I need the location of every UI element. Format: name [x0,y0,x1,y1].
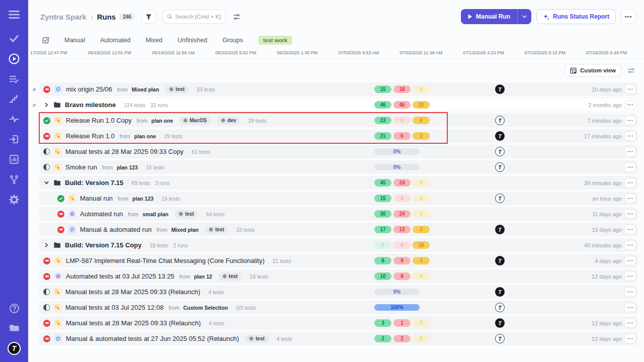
tab-unfinished[interactable]: Unfinished [178,37,207,44]
row-menu-button[interactable] [624,194,636,203]
run-plan-name[interactable]: small plan [142,211,168,217]
run-plan-name[interactable]: Custom Selection [183,305,228,311]
run-tag[interactable]: dev [217,117,240,125]
header-more-button[interactable]: ••• [621,9,636,24]
assignee-avatar[interactable]: T [495,318,505,328]
row-menu-button[interactable] [624,272,636,281]
assignee-avatar[interactable]: T [495,131,505,141]
analytics-icon[interactable] [8,153,21,166]
projects-folder-icon[interactable] [8,322,21,335]
pin-icon[interactable] [31,86,37,92]
run-row-band[interactable]: Release Run 1.0fromplan one29 tests2162T… [39,129,638,143]
run-row-band[interactable]: Manual & automated runfromMixed plantest… [39,223,638,236]
assignee-avatar[interactable]: T [495,334,505,343]
custom-view-button[interactable]: Custom view [565,64,621,77]
run-tag[interactable]: MacOS [179,117,211,125]
help-icon[interactable] [8,302,21,315]
run-plan-name[interactable]: plan 123 [117,164,138,170]
tests-check-icon[interactable] [8,32,21,45]
run-row-band[interactable]: Automated runfromsmall plantest54 tests3… [39,207,638,221]
row-menu-button[interactable] [624,318,636,328]
view-settings-icon[interactable] [627,67,635,74]
tests-count: 4 tests [209,320,224,326]
run-row-band[interactable]: Manual tests at 03 Jul 2025 12:08fromCus… [39,301,638,314]
run-row-band[interactable]: Smoke runfromplan 12315 tests0%T [39,160,638,174]
manual-run-dropdown-button[interactable] [517,9,531,24]
run-plan-name[interactable]: plan one [151,118,173,124]
search-input[interactable] [175,14,221,20]
run-row-band[interactable]: Automated tests at 03 Jul 2025 13:25from… [39,269,638,283]
tab-tag-test-work[interactable]: test work [258,36,292,45]
run-row-band[interactable]: Manual tests at 28 Mar 2025 09:33 Copy61… [39,145,638,158]
chevron-right-icon[interactable] [43,102,49,108]
run-row-band[interactable]: Manual tests at 28 Mar 2025 09:33 (Relau… [39,285,638,299]
row-menu-button[interactable] [624,162,636,172]
run-plan-name[interactable]: plan 123 [132,196,153,202]
pin-icon[interactable] [31,102,37,108]
row-menu-button[interactable] [624,240,636,250]
user-avatar[interactable]: T [8,342,21,355]
run-plan-name[interactable]: Mixed plan [132,86,159,93]
run-plan-name[interactable]: Mixed plan [171,227,198,233]
manual-run-button[interactable]: Manual Run [461,9,517,24]
run-tag[interactable]: test [218,273,242,281]
run-plan-name[interactable]: plan one [134,133,156,139]
run-row-band[interactable]: Manual runfromplan 12315 tests1500Tan ho… [39,192,638,205]
row-menu-button[interactable] [624,334,636,343]
row-menu-button[interactable] [624,287,636,297]
steps-icon[interactable] [8,93,21,106]
skipped-pill: 32 [413,101,430,109]
run-row-band[interactable]: mix origin 25/06fromMixed plantest33 tes… [39,82,638,96]
run-row-band[interactable]: Manual tests at 28 Mar 2025 09:33 (Relau… [39,316,638,330]
run-row-band[interactable]: Build: Version 7.1569 tests3 runs4524039… [39,176,638,190]
select-runs-icon[interactable] [42,37,49,44]
run-row-band[interactable]: LMP-587 Implement Real-Time Chat Messagi… [39,254,638,267]
run-tag[interactable]: test [165,85,189,94]
assignee-avatar[interactable]: T [495,162,505,172]
progress-bar: 0% [374,289,420,295]
chevron-right-icon[interactable] [43,242,49,248]
row-menu-button[interactable] [624,178,636,188]
tab-groups[interactable]: Groups [222,37,243,44]
assignee-avatar[interactable]: T [495,116,505,125]
runs-status-report-button[interactable]: Runs Status Report [536,9,616,24]
breadcrumb-project[interactable]: Zyntra Spark [40,13,87,21]
assignee-avatar[interactable]: T [495,287,505,297]
search-filters-icon[interactable] [233,13,240,21]
settings-gear-icon[interactable] [8,193,21,206]
run-tag[interactable]: test [175,210,198,218]
run-row-band[interactable]: Bravo milestone124 tests32 runs4646322 m… [39,98,638,112]
runs-play-icon[interactable] [8,52,21,65]
row-menu-button[interactable] [624,147,636,156]
row-menu-button[interactable] [624,84,636,94]
row-menu-button[interactable] [624,131,636,141]
chevron-down-icon[interactable] [43,180,49,186]
branch-icon[interactable] [8,173,21,186]
row-menu-button[interactable] [624,100,636,110]
run-row-band[interactable]: Manual & automated tests at 27 Jun 2025 … [39,332,638,345]
run-row-band[interactable]: Build: Version 7.15 Copy18 tests2 runs00… [39,238,638,252]
tab-manual[interactable]: Manual [64,37,85,44]
row-menu-button[interactable] [624,256,636,265]
run-row-band[interactable]: Release Run 1.0 Copyfromplan oneMacOSdev… [39,114,638,127]
run-tag[interactable]: test [205,226,228,234]
assignee-avatar[interactable]: T [495,225,505,234]
assignee-avatar[interactable]: T [495,84,505,94]
pulse-icon[interactable] [8,113,21,126]
menu-icon[interactable] [8,8,21,21]
row-menu-button[interactable] [624,303,636,312]
assignee-avatar[interactable]: T [495,194,505,203]
row-menu-button[interactable] [624,209,636,219]
row-menu-button[interactable] [624,116,636,125]
filter-button[interactable] [141,10,156,24]
assignee-avatar[interactable]: T [495,303,505,312]
import-icon[interactable] [8,133,21,146]
tab-automated[interactable]: Automated [100,37,130,44]
run-tag[interactable]: test [245,335,269,343]
test-list-icon[interactable] [8,72,21,85]
assignee-avatar[interactable]: T [495,256,505,265]
tab-mixed[interactable]: Mixed [145,37,162,44]
assignee-avatar[interactable]: T [495,147,505,156]
row-menu-button[interactable] [624,225,636,234]
run-plan-name[interactable]: plan 12 [194,274,212,280]
